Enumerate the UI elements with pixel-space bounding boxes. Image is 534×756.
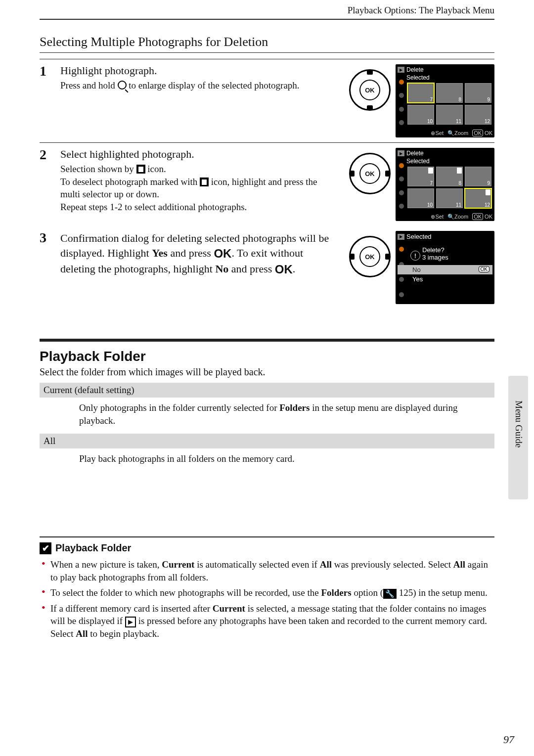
side-label: Menu Guide: [513, 400, 524, 448]
step-2: 2 Select highlighted photograph. Selecti…: [40, 142, 494, 221]
thumbnail: 12: [465, 188, 491, 208]
lcd-hint-set: ⊕Set: [431, 214, 444, 220]
thumbnail: 8: [436, 167, 463, 186]
lcd-title: Delete: [406, 66, 424, 73]
option-current-body: Only photographs in the folder currently…: [40, 398, 494, 434]
page-number: 97: [503, 733, 514, 746]
thumbnail: 10: [407, 105, 434, 125]
section-title: Selecting Multiple Photographs for Delet…: [40, 35, 494, 53]
zoom-in-icon: [118, 81, 127, 89]
ok-glyph: OK: [214, 247, 231, 260]
ok-badge-icon: OK: [479, 266, 490, 272]
note-block: ✔ Playback Folder When a new picture is …: [40, 536, 494, 640]
thumbnail: 9: [465, 83, 491, 103]
warning-icon: !: [410, 251, 420, 261]
step-2-text: Selection shown by icon. To deselect pho…: [60, 163, 333, 214]
step-1: 1 Highlight photograph. Press and hold t…: [40, 59, 494, 137]
thumbnail: 11: [436, 188, 463, 208]
camera-lcd-step3: ▶Selected ! Delete?3 images NoOK Yes: [396, 231, 494, 304]
running-head: Playback Options: The Playback Menu: [40, 5, 494, 20]
trash-icon: [200, 178, 209, 186]
playback-icon: ▶: [398, 234, 404, 240]
thumbnail: 7: [407, 83, 434, 103]
playback-icon: ▶: [398, 150, 404, 156]
lcd-hint-zoom: 🔍Zoom: [447, 214, 468, 220]
lcd-subtitle: Selected: [398, 158, 492, 165]
step-number: 3: [40, 231, 52, 304]
text: to enlarge display of the selected photo…: [127, 80, 300, 90]
lcd-subtitle: Selected: [398, 74, 492, 81]
lcd-hint-zoom: 🔍Zoom: [447, 130, 468, 136]
multi-selector-up-down-icon: OK: [349, 69, 391, 111]
lcd-hint-set: ⊕Set: [431, 130, 444, 136]
step-3: 3 Confirmation dialog for deleting selec…: [40, 226, 494, 304]
lcd-title: Selected: [406, 233, 432, 240]
text: Press and hold: [60, 80, 118, 90]
lcd-hint-ok: OK OK: [472, 130, 492, 136]
confirm-choice-no: NoOK: [398, 265, 492, 274]
thumbnail: 9: [465, 167, 491, 186]
step-number: 1: [40, 64, 52, 137]
playback-folder-lead: Select the folder from which images will…: [40, 366, 494, 378]
camera-lcd-step1: ▶Delete Selected 7 8 9 10 11 12 ⊕Set 🔍Zo…: [396, 64, 494, 137]
ok-button-icon: OK: [359, 163, 380, 184]
check-icon: ✔: [40, 542, 51, 554]
camera-lcd-step2: ▶Delete Selected 7 8 9 10 11 12 ⊕Set 🔍Zo…: [396, 148, 494, 221]
note-bullet-1: When a new picture is taken, Current is …: [42, 558, 494, 583]
playback-icon: ▶: [398, 67, 404, 73]
thumbnail: 8: [436, 83, 463, 103]
manual-page: Playback Options: The Playback Menu Sele…: [0, 0, 534, 756]
step-2-heading: Select highlighted photograph.: [60, 148, 333, 161]
ok-button-icon: OK: [359, 80, 380, 100]
thumbnail: 12: [465, 105, 491, 125]
lcd-hint-ok: OK OK: [472, 214, 492, 220]
section-divider: [40, 339, 494, 342]
setup-menu-icon: 🔧: [383, 589, 397, 599]
step-1-heading: Highlight photograph.: [60, 64, 333, 77]
step-number: 2: [40, 148, 52, 221]
ok-button-icon: OK: [359, 246, 380, 267]
step-1-text: Press and hold to enlarge display of the…: [60, 79, 333, 92]
thumbnail: 10: [407, 188, 434, 208]
multi-selector-left-right-icon: OK: [349, 153, 391, 194]
multi-selector-left-right-icon: OK: [349, 236, 391, 277]
note-bullet-2: To select the folder to which new photog…: [42, 586, 494, 599]
thumbnail: 11: [436, 105, 463, 125]
step-3-text: Confirmation dialog for deleting selecte…: [60, 231, 333, 277]
trash-icon: [136, 165, 145, 174]
option-all-body: Play back photographs in all folders on …: [40, 448, 494, 472]
confirm-choice-yes: Yes: [398, 274, 492, 284]
option-current-head: Current (default setting): [40, 383, 494, 398]
note-bullet-3: If a different memory card is inserted a…: [42, 602, 494, 640]
note-title: ✔ Playback Folder: [40, 542, 494, 554]
ok-glyph: OK: [275, 263, 293, 276]
playback-folder-heading: Playback Folder: [40, 349, 494, 364]
playback-button-icon: ▶: [125, 617, 136, 627]
thumbnail: 7: [407, 167, 434, 186]
option-all-head: All: [40, 434, 494, 448]
lcd-title: Delete: [406, 150, 424, 157]
